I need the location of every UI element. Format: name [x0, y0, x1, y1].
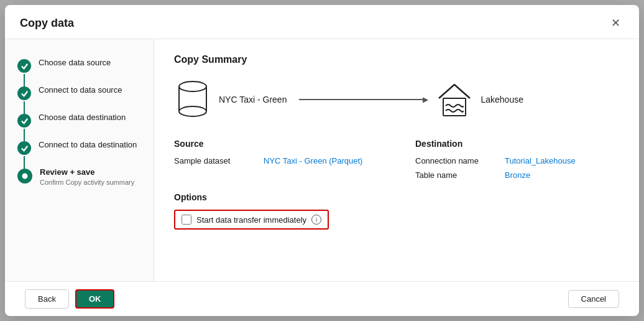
step-5-label: Review + save — [40, 167, 134, 177]
step-connect-destination: Connect to data destination — [5, 134, 154, 161]
cancel-button[interactable]: Cancel — [568, 290, 619, 308]
close-button[interactable]: ✕ — [607, 15, 624, 31]
step-5-sublabel: Confirm Copy activity summary — [40, 178, 134, 187]
start-transfer-option[interactable]: Start data transfer immediately i — [174, 210, 329, 230]
source-cylinder-icon — [174, 78, 211, 121]
step-1-label: Choose data source — [39, 58, 111, 67]
options-section: Options Start data transfer immediately … — [174, 192, 619, 230]
source-info-table: Sample dataset NYC Taxi - Green (Parquet… — [174, 156, 378, 165]
main-content: Copy Summary NYC Taxi - Green — [154, 39, 639, 281]
svg-point-4 — [179, 106, 206, 116]
step-check-icon-4 — [17, 141, 31, 155]
step-check-icon-3 — [17, 114, 31, 128]
flow-arrow — [299, 99, 423, 100]
step-choose-source: Choose data source — [5, 52, 154, 79]
source-key-1: Sample dataset — [174, 156, 249, 165]
step-active-icon-5 — [17, 169, 32, 184]
source-label: NYC Taxi - Green — [219, 95, 287, 105]
options-title: Options — [174, 192, 619, 202]
svg-point-0 — [22, 174, 27, 178]
footer-left-buttons: Back OK — [25, 289, 114, 309]
source-section-title: Source — [174, 139, 378, 149]
modal-body: Choose data source Connect to data sourc… — [5, 39, 639, 281]
modal-title: Copy data — [20, 17, 74, 30]
step-4-label: Connect to data destination — [39, 140, 137, 149]
dest-info-table: Connection name Tutorial_Lakehouse Table… — [415, 156, 619, 180]
dest-key-2: Table name — [415, 170, 490, 180]
step-check-icon-2 — [17, 86, 31, 100]
destination-info: Destination Connection name Tutorial_Lak… — [415, 139, 619, 180]
svg-point-1 — [179, 81, 206, 91]
source-info: Source Sample dataset NYC Taxi - Green (… — [174, 139, 378, 180]
step-connect-source: Connect to data source — [5, 79, 154, 106]
info-tooltip-icon[interactable]: i — [311, 215, 321, 225]
dest-section-title: Destination — [415, 139, 619, 149]
info-section-row: Source Sample dataset NYC Taxi - Green (… — [174, 139, 619, 180]
dest-label: Lakehouse — [481, 95, 523, 105]
ok-button[interactable]: OK — [75, 289, 115, 309]
dest-info-row-1: Connection name Tutorial_Lakehouse — [415, 156, 619, 165]
copy-data-modal: Copy data ✕ Choose data source — [5, 5, 639, 316]
dest-value-1: Tutorial_Lakehouse — [505, 156, 576, 165]
step-choose-destination: Choose data destination — [5, 106, 154, 134]
dest-info-row-2: Table name Bronze — [415, 170, 619, 180]
step-review-save: Review + save Confirm Copy activity summ… — [5, 161, 154, 190]
sidebar: Choose data source Connect to data sourc… — [5, 39, 154, 281]
back-button[interactable]: Back — [25, 289, 69, 309]
modal-header: Copy data ✕ — [5, 5, 639, 39]
copy-diagram: NYC Taxi - Green Lakehouse — [174, 78, 619, 121]
step-2-label: Connect to data source — [39, 85, 122, 95]
dest-lakehouse-icon — [436, 80, 473, 120]
modal-footer: Back OK Cancel — [5, 281, 639, 316]
step-check-icon-1 — [17, 59, 31, 73]
source-value-1: NYC Taxi - Green (Parquet) — [264, 156, 362, 165]
step-3-label: Choose data destination — [39, 113, 126, 122]
start-transfer-checkbox[interactable] — [182, 215, 191, 225]
copy-summary-title: Copy Summary — [174, 54, 619, 65]
dest-key-1: Connection name — [415, 156, 490, 165]
dest-value-2: Bronze — [505, 170, 530, 180]
start-transfer-label: Start data transfer immediately — [196, 215, 306, 225]
source-info-row-1: Sample dataset NYC Taxi - Green (Parquet… — [174, 156, 378, 165]
